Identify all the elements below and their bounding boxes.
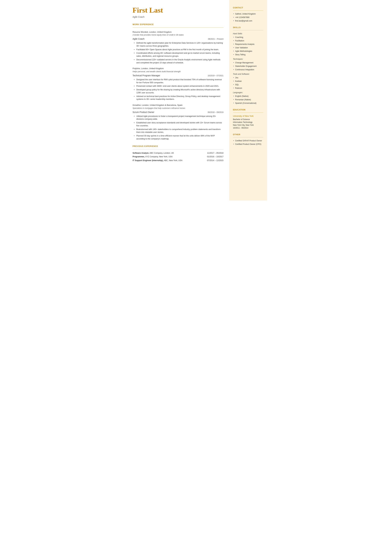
- tools-label: Tools and Software:: [233, 73, 263, 76]
- job-3-bullets: Utilized Agile procedures to foster a tr…: [133, 115, 224, 140]
- contact-location: Salford, United Kingdom: [233, 13, 263, 15]
- job-2-tagline: Helps personal, and wealth clients build…: [133, 70, 224, 73]
- job-1-dates: 08/2021 – Present: [208, 38, 223, 40]
- prev-job-3-row: IT Support Engineer (Internship), ABC, N…: [133, 159, 224, 162]
- hard-skills-label: Hard Skills:: [233, 32, 263, 35]
- language-spanish: Spanish (Conversational): [233, 102, 263, 105]
- job-1-company-name: Resume Worded, London, United Kingdom: [133, 30, 224, 34]
- job-3-company-header: Growthsi, London, United Kingdom & Barce…: [133, 104, 224, 110]
- tool-sql: SQL: [233, 83, 263, 86]
- job-3-tagline: Specializes in mortgages that help custo…: [133, 107, 224, 110]
- education-degree: Bachelor of Science: [233, 118, 263, 121]
- languages-label: Languages:: [233, 91, 263, 94]
- list-item: Developed group policy for file sharing …: [133, 88, 224, 94]
- education-field: Information Technology: [233, 121, 263, 124]
- job-1-row: Agile Coach 08/2021 – Present: [133, 37, 224, 41]
- list-item: Defined the agile transformation plan fo…: [133, 42, 224, 48]
- job-1-company-header: Resume Worded, London, United Kingdom A …: [133, 30, 224, 36]
- technique-change-management: Change Management: [233, 61, 263, 64]
- education-location: New York City, New York: [233, 124, 263, 126]
- prev-job-1-dates: 11/2017 – 05/2018: [207, 152, 223, 154]
- skill-user-validation: User Validation: [233, 46, 263, 49]
- job-2-dates: 10/2019 – 07/2021: [208, 74, 223, 77]
- previous-experience-section-title: PREVIOUS EXPERIENCE: [133, 145, 224, 148]
- main-column: First Last Agile Coach WORK EXPERIENCE R…: [125, 0, 229, 201]
- skill-coaching: Coaching: [233, 36, 263, 39]
- list-item: Planned 30-day sprints in a time-efficie…: [133, 134, 224, 140]
- job-2-title: Technical Program Manager: [133, 74, 160, 77]
- prev-job-1-label: Software Analyst, ABC Company, London, U…: [133, 152, 174, 154]
- contact-section-title: CONTACT: [233, 6, 263, 9]
- prev-job-2-dates: 01/2016 – 10/2017: [207, 155, 223, 158]
- education-block: University of New York Bachelor of Scien…: [233, 114, 263, 129]
- education-section-title: EDUCATION: [233, 108, 263, 111]
- skills-section-title: SKILLS: [233, 26, 263, 29]
- technique-stakeholder: Stakeholder Engagement: [233, 65, 263, 68]
- prev-job-2-row: Programmer, XYZ Company, New York, USA 0…: [133, 155, 224, 158]
- skills-divider: [233, 30, 263, 30]
- job-1-tagline: A lender that provides home equity lines…: [133, 34, 224, 36]
- language-english: English (Native): [233, 95, 263, 98]
- tool-jira: Jira: [233, 76, 263, 79]
- prev-job-1-row: Software Analyst, ABC Company, London, U…: [133, 152, 224, 154]
- tool-rubicon: Rubicon: [233, 87, 263, 90]
- prev-job-3-dates: 07/2014 – 12/2015: [207, 159, 223, 162]
- skill-requirements-analysis: Requirements Analysis: [233, 43, 263, 46]
- job-3-row: Scrum Product Owner 06/2018 – 09/2019: [133, 111, 224, 114]
- prev-job-2-label: Programmer, XYZ Company, New York, USA: [133, 155, 173, 158]
- list-item: Coordinated efforts among 40+ software d…: [133, 52, 224, 58]
- job-2-row: Technical Program Manager 10/2019 – 07/2…: [133, 74, 224, 77]
- job-3-title: Scrum Product Owner: [133, 111, 154, 114]
- job-1-bullets: Defined the agile transformation plan fo…: [133, 42, 224, 64]
- tool-kanban: Kanban: [233, 80, 263, 83]
- skill-story-telling: Story Telling: [233, 53, 263, 56]
- list-item: Designed the user interface for RW's pil…: [133, 78, 224, 84]
- job-2-company-header: Polyhire, London, United Kingdom Helps p…: [133, 67, 224, 73]
- education-school: University of New York: [233, 114, 263, 118]
- other-section-title: OTHER: [233, 133, 263, 136]
- candidate-name: First Last: [133, 6, 224, 14]
- prev-divider: [133, 149, 224, 149]
- job-3-dates: 06/2018 – 09/2019: [208, 111, 223, 114]
- work-experience-section-title: WORK EXPERIENCE: [133, 23, 224, 26]
- contact-phone: +44 1234567890: [233, 16, 263, 19]
- list-item: Advised on technical best practices for …: [133, 95, 224, 101]
- language-romanian: Romanian (Native): [233, 98, 263, 101]
- list-item: Utilized Agile procedures to foster a tr…: [133, 115, 224, 121]
- list-item: Established user story acceptance standa…: [133, 121, 224, 127]
- candidate-title: Agile Coach: [133, 15, 224, 19]
- education-dates: 10/2011 - 06/2014: [233, 126, 263, 129]
- prev-job-3-label: IT Support Engineer (Internship), ABC, N…: [133, 159, 182, 162]
- job-2-bullets: Designed the user interface for RW's pil…: [133, 78, 224, 101]
- job-2-company-name: Polyhire, London, United Kingdom: [133, 67, 224, 70]
- skill-facilitation: Facilitation: [233, 39, 263, 42]
- other-cpo: Certified Product Owner (CPO): [233, 143, 263, 146]
- sidebar: CONTACT Salford, United Kingdom +44 1234…: [229, 0, 267, 201]
- list-item: Brainstormed with 140+ stakeholders to c…: [133, 128, 224, 134]
- contact-divider: [233, 10, 263, 11]
- list-item: Facilitated 60+ Open Spaces about Agile …: [133, 48, 224, 51]
- other-safe-product-owner: Certified SAFe® Product Owner: [233, 139, 263, 142]
- job-3-company-name: Growthsi, London, United Kingdom & Barce…: [133, 104, 224, 107]
- technique-continuous-integration: Continuous Integration: [233, 68, 263, 71]
- list-item: Preserved contact with 3400+ end-user cl…: [133, 85, 224, 88]
- techniques-label: Techniques:: [233, 58, 263, 61]
- list-item: Decommissioned 120+ outdated servers in …: [133, 58, 224, 64]
- job-1-title: Agile Coach: [133, 37, 145, 41]
- resume-page: First Last Agile Coach WORK EXPERIENCE R…: [125, 0, 267, 201]
- skill-agile-methodologies: Agile Methodologies: [233, 50, 263, 53]
- contact-email: first.last@gmail.com: [233, 19, 263, 22]
